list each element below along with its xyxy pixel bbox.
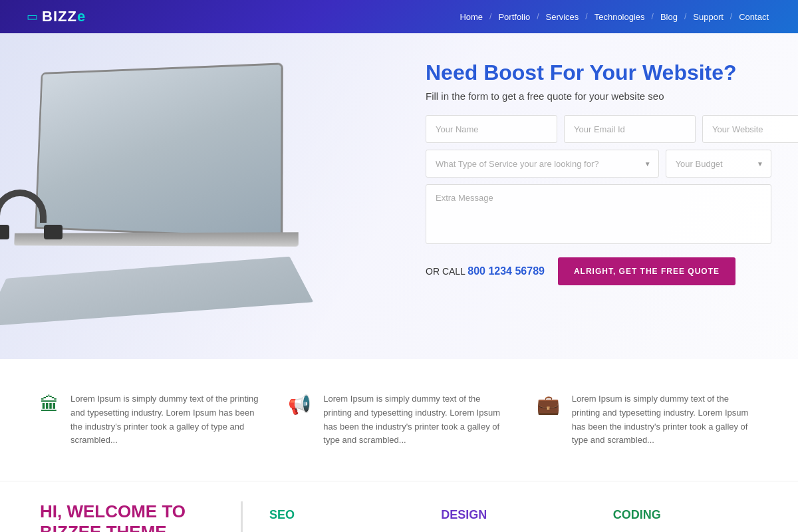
hero-form-area: Need Boost For Your Website? Fill in the… xyxy=(406,33,798,359)
nav-services[interactable]: Services xyxy=(543,12,581,22)
logo: ▭ BIZZe xyxy=(27,8,86,25)
briefcase-icon: 💼 xyxy=(537,394,560,416)
nav-sep-1: / xyxy=(488,12,493,21)
hero-subtitle: Fill in the form to get a free quote for… xyxy=(426,90,771,102)
form-row-2: What Type of Service your are looking fo… xyxy=(426,150,771,178)
nav-sep-4: / xyxy=(650,12,655,21)
nav-contact[interactable]: Contact xyxy=(736,12,771,22)
seo-label: SEO xyxy=(269,508,414,522)
nav-support[interactable]: Support xyxy=(690,12,726,22)
nav-sep-5: / xyxy=(683,12,688,21)
message-textarea[interactable] xyxy=(426,184,771,244)
budget-select[interactable]: Your Budget $500 - $1000 $1000 - $5000 $… xyxy=(666,150,771,178)
nav-sep-3: / xyxy=(584,12,589,21)
hero-title: Need Boost For Your Website? xyxy=(426,60,771,85)
logo-text: BIZZe xyxy=(42,8,86,25)
website-input[interactable] xyxy=(702,115,798,143)
form-row-1 xyxy=(426,115,771,143)
feature-item-1: 🏛 Lorem Ipsum is simply dummy text of th… xyxy=(40,392,261,448)
hero-section: Need Boost For Your Website? Fill in the… xyxy=(0,33,798,359)
main-nav: Home / Portfolio / Services / Technologi… xyxy=(457,12,771,22)
laptop-keyboard xyxy=(0,257,313,327)
bottom-section: HI, WELCOME TO BIZZEE THEME SEO DESIGN C… xyxy=(0,481,798,532)
nav-blog[interactable]: Blog xyxy=(658,12,680,22)
design-label: DESIGN xyxy=(441,508,586,522)
coding-block: CODING xyxy=(613,501,758,532)
welcome-title: HI, WELCOME TO BIZZEE THEME xyxy=(40,501,214,532)
seo-block: SEO xyxy=(269,501,414,532)
hero-image xyxy=(0,33,359,359)
feature-text-3: Lorem Ipsum is simply dummy text of the … xyxy=(572,392,758,448)
megaphone-icon: 📢 xyxy=(288,394,311,416)
feature-text-2: Lorem Ipsum is simply dummy text of the … xyxy=(323,392,509,448)
service-select[interactable]: What Type of Service your are looking fo… xyxy=(426,150,659,178)
budget-select-wrapper: Your Budget $500 - $1000 $1000 - $5000 $… xyxy=(666,150,771,178)
name-input[interactable] xyxy=(426,115,557,143)
nav-portfolio[interactable]: Portfolio xyxy=(495,12,533,22)
laptop-screen xyxy=(35,63,283,239)
building-icon: 🏛 xyxy=(40,394,59,416)
feature-text-1: Lorem Ipsum is simply dummy text of the … xyxy=(70,392,261,448)
email-input[interactable] xyxy=(564,115,696,143)
welcome-block: HI, WELCOME TO BIZZEE THEME xyxy=(40,501,243,532)
feature-item-2: 📢 Lorem Ipsum is simply dummy text of th… xyxy=(288,392,509,448)
nav-sep-2: / xyxy=(535,12,540,21)
logo-icon: ▭ xyxy=(27,9,38,24)
call-label: OR CALL 800 1234 56789 xyxy=(426,265,545,277)
features-section: 🏛 Lorem Ipsum is simply dummy text of th… xyxy=(0,359,798,481)
coding-label: CODING xyxy=(613,508,758,522)
form-bottom: OR CALL 800 1234 56789 ALRIGHT, GET THE … xyxy=(426,257,771,285)
call-number: 800 1234 56789 xyxy=(467,265,545,277)
feature-item-3: 💼 Lorem Ipsum is simply dummy text of th… xyxy=(537,392,758,448)
design-block: DESIGN xyxy=(441,501,586,532)
service-select-wrapper: What Type of Service your are looking fo… xyxy=(426,150,659,178)
nav-technologies[interactable]: Technologies xyxy=(592,12,648,22)
nav-sep-6: / xyxy=(729,12,733,21)
nav-home[interactable]: Home xyxy=(457,12,485,22)
submit-button[interactable]: ALRIGHT, GET THE FREE QUOTE xyxy=(558,257,735,285)
headphones xyxy=(0,186,66,239)
header: ▭ BIZZe Home / Portfolio / Services / Te… xyxy=(0,0,798,33)
